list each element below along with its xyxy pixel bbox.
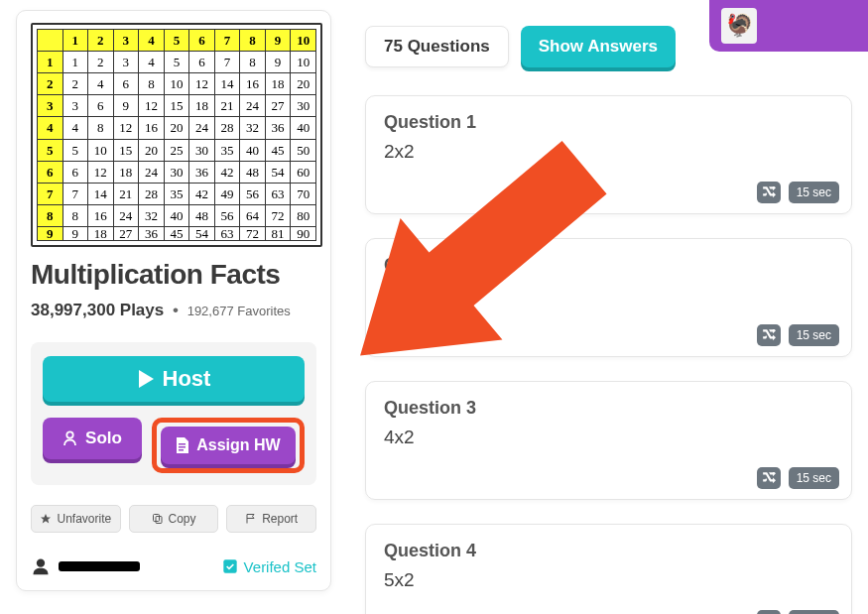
question-body: 3x2 <box>384 284 833 306</box>
person-icon <box>62 430 77 446</box>
document-icon <box>176 437 188 453</box>
copy-icon <box>152 513 164 525</box>
unfavorite-button[interactable]: Unfavorite <box>31 505 121 533</box>
time-badge: 15 sec <box>789 467 839 489</box>
shuffle-icon <box>762 472 776 484</box>
shuffle-badge[interactable] <box>757 467 781 489</box>
solo-button[interactable]: Solo <box>43 418 142 459</box>
shuffle-icon <box>762 186 776 198</box>
verified-label: Verifed Set <box>244 558 316 575</box>
question-body: 2x2 <box>384 141 833 163</box>
author-info[interactable] <box>31 556 140 576</box>
report-button[interactable]: Report <box>226 505 316 533</box>
question-card[interactable]: Question 23x215 sec <box>365 238 852 357</box>
question-card[interactable]: Question 12x215 sec <box>365 95 852 214</box>
question-card[interactable]: Question 45x215 sec <box>365 524 852 614</box>
favorites-count: 192,677 Favorites <box>187 304 291 318</box>
svg-point-0 <box>66 431 72 437</box>
check-icon <box>222 558 238 574</box>
set-title: Multiplication Facts <box>31 259 316 291</box>
shuffle-badge[interactable] <box>757 182 781 203</box>
time-badge: 15 sec <box>789 610 839 614</box>
shuffle-badge[interactable] <box>757 324 781 346</box>
shuffle-badge[interactable] <box>757 610 781 614</box>
question-number: Question 3 <box>384 398 833 419</box>
question-body: 4x2 <box>384 427 833 448</box>
star-icon <box>40 513 52 525</box>
time-badge: 15 sec <box>789 182 839 203</box>
plays-count: 38,997,300 Plays <box>31 301 164 319</box>
set-stats: 38,997,300 Plays • 192,677 Favorites <box>31 301 316 320</box>
stats-separator: • <box>173 301 179 319</box>
question-count: 75 Questions <box>365 26 509 67</box>
top-bar: 🦃 <box>709 0 868 52</box>
svg-rect-4 <box>223 559 236 572</box>
avatar[interactable]: 🦃 <box>721 8 757 44</box>
question-number: Question 2 <box>384 255 833 276</box>
assign-hw-button[interactable]: Assign HW <box>161 427 296 464</box>
set-cover-image: 1234567891011234567891022468101214161820… <box>31 23 322 247</box>
flag-icon <box>245 513 257 525</box>
play-icon <box>137 369 155 389</box>
host-button[interactable]: Host <box>43 356 305 402</box>
person-icon <box>31 556 51 576</box>
avatar-emoji: 🦃 <box>726 13 753 39</box>
solo-label: Solo <box>85 429 122 448</box>
host-label: Host <box>163 366 211 392</box>
copy-button[interactable]: Copy <box>129 505 219 533</box>
show-answers-label: Show Answers <box>539 37 658 56</box>
question-number: Question 1 <box>384 112 833 133</box>
report-label: Report <box>262 512 298 526</box>
shuffle-icon <box>762 329 776 341</box>
set-card: 1234567891011234567891022468101214161820… <box>16 10 331 591</box>
author-name-redacted <box>59 561 140 571</box>
unfavorite-label: Unfavorite <box>57 512 111 526</box>
assign-label: Assign HW <box>196 436 280 454</box>
copy-label: Copy <box>169 512 196 526</box>
show-answers-button[interactable]: Show Answers <box>521 26 676 67</box>
action-panel: Host Solo Assign HW <box>31 342 316 485</box>
question-body: 5x2 <box>384 569 833 591</box>
question-card[interactable]: Question 34x215 sec <box>365 381 852 500</box>
question-number: Question 4 <box>384 541 833 561</box>
verified-badge: Verifed Set <box>222 558 316 575</box>
time-badge: 15 sec <box>789 324 839 346</box>
assign-highlight: Assign HW <box>152 418 305 473</box>
svg-point-3 <box>37 559 45 567</box>
